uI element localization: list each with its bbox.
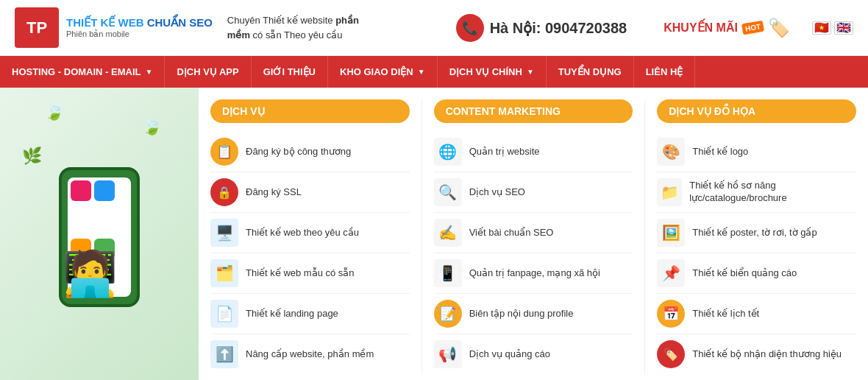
leaf-icon: 🌿: [22, 147, 42, 166]
header-phone: 📞 Hà Nội: 0904720388: [456, 14, 627, 42]
service-item[interactable]: 🔍 Dịch vụ SEO: [434, 172, 633, 213]
service-label: Thiết kế logo: [692, 146, 748, 158]
promo-tag-icon: 🏷️: [768, 18, 790, 38]
promo-label: KHUYẾN MÃI: [664, 21, 738, 35]
service-label: Dịch vụ quảng cáo: [469, 348, 550, 361]
service-icon-nang-cap: ⬆️: [210, 340, 238, 368]
logo-text: THIẾT KẾ WEB CHUẨN SEO Phiên bản mobile: [66, 16, 213, 39]
service-icon-bien-tap: 📝: [434, 300, 462, 328]
service-item[interactable]: 📅 Thiết kế lịch tết: [657, 294, 856, 334]
service-item[interactable]: ✍️ Viết bài chuẩn SEO: [434, 213, 633, 253]
service-icon-nhan-dien: 🏷️: [657, 340, 685, 368]
app-icon: [94, 180, 115, 201]
chevron-down-icon: ▼: [418, 68, 425, 76]
flag-gb[interactable]: 🇬🇧: [834, 21, 853, 35]
service-icon-logo: 🎨: [657, 138, 685, 166]
service-icon-poster: 🖼️: [657, 219, 685, 247]
service-icon-seo: 🔍: [434, 178, 462, 206]
brand-sub: Phiên bản mobile: [66, 29, 213, 39]
nav-item-themes[interactable]: KHO GIAO DIỆN ▼: [328, 56, 438, 88]
service-item[interactable]: 📱 Quản trị fanpage, mạng xã hội: [434, 253, 633, 294]
service-item[interactable]: 🌐 Quản trị website: [434, 132, 633, 172]
service-icon-quan-tri-web: 🌐: [434, 138, 462, 166]
service-item[interactable]: 🖥️ Thiết kế web theo yêu cầu: [210, 213, 410, 253]
service-label: Thiết kế web theo yêu cầu: [246, 227, 359, 239]
phone-number: Hà Nội: 0904720388: [490, 19, 627, 37]
service-icon-viet-bai: ✍️: [434, 219, 462, 247]
promo-area[interactable]: KHUYẾN MÃI HOT 🏷️: [664, 18, 790, 38]
col-header-dich-vu: DỊCH VỤ: [210, 99, 410, 123]
banner-illustration: 🍃 🌿 🍃 🧑‍💼 🧑‍💻: [0, 88, 199, 380]
service-item[interactable]: 📄 Thiết kế landing page: [210, 294, 410, 334]
nav-item-services[interactable]: DỊCH VỤ CHÍNH ▼: [438, 56, 547, 88]
service-icon-quang-cao: 📢: [434, 340, 462, 368]
service-icon-landing: 📄: [210, 300, 238, 328]
nav-item-hosting[interactable]: HOSTING - DOMAIN - EMAIL ▼: [0, 56, 165, 88]
service-item[interactable]: 🗂️ Thiết kế web mẫu có sẵn: [210, 253, 410, 294]
service-label: Quản trị website: [469, 146, 540, 158]
chevron-down-icon: ▼: [527, 68, 534, 76]
service-item[interactable]: 📋 Đăng ký bộ công thương: [210, 132, 410, 172]
service-col-content: CONTENT MARKETING 🌐 Quản trị website 🔍 D…: [422, 99, 646, 374]
service-label: Thiết kế landing page: [246, 308, 338, 320]
service-icon-lich-tet: 📅: [657, 300, 685, 328]
service-label: Thiết kế bộ nhận diện thương hiệu: [692, 348, 842, 361]
service-col-do-hoa: DỊCH VỤ ĐỒ HỌA 🎨 Thiết kế logo 📁 Thiết k…: [645, 99, 868, 374]
service-item[interactable]: 📢 Dịch vụ quảng cáo: [434, 334, 633, 374]
services-area: DỊCH VỤ 📋 Đăng ký bộ công thương 🔒 Đăng …: [199, 88, 868, 380]
nav-item-contact[interactable]: LIÊN HỆ: [634, 56, 696, 88]
service-label: Thiết kế biển quảng cáo: [692, 267, 797, 280]
flag-vn[interactable]: 🇻🇳: [812, 21, 831, 35]
figure-icon: 🧑‍💻: [63, 247, 118, 300]
leaf-icon: 🍃: [142, 117, 162, 136]
service-item[interactable]: ⬆️ Nâng cấp website, phần mềm: [210, 334, 410, 374]
main-nav: HOSTING - DOMAIN - EMAIL ▼ DỊCH VỤ APP G…: [0, 56, 868, 88]
logo-area: TP THIẾT KẾ WEB CHUẨN SEO Phiên bản mobi…: [15, 7, 213, 48]
service-label: Biên tập nội dung profile: [469, 308, 574, 320]
service-icon-web-mau: 🗂️: [210, 259, 238, 287]
nav-item-app[interactable]: DỊCH VỤ APP: [165, 56, 251, 88]
col-header-content: CONTENT MARKETING: [434, 99, 633, 123]
nav-item-jobs[interactable]: TUYỂN DỤNG: [547, 56, 634, 88]
service-label: Thiết kế hồ sơ năng lực/catalogue/brochu…: [689, 180, 856, 205]
service-label: Đăng ký SSL: [246, 186, 302, 199]
service-col-dich-vu: DỊCH VỤ 📋 Đăng ký bộ công thương 🔒 Đăng …: [199, 99, 422, 374]
phone-icon: 📞: [456, 14, 484, 42]
service-item[interactable]: 🎨 Thiết kế logo: [657, 132, 856, 172]
col-header-do-hoa: DỊCH VỤ ĐỒ HỌA: [657, 99, 856, 123]
service-label: Nâng cấp website, phần mềm: [246, 348, 374, 361]
service-label: Đăng ký bộ công thương: [246, 146, 351, 158]
service-item[interactable]: 🖼️ Thiết kế poster, tờ rơi, tờ gấp: [657, 213, 856, 253]
service-item[interactable]: 🔒 Đăng ký SSL: [210, 172, 410, 213]
service-label: Viết bài chuẩn SEO: [469, 227, 554, 239]
chevron-down-icon: ▼: [146, 68, 153, 76]
service-label: Quản trị fanpage, mạng xã hội: [469, 267, 600, 280]
lang-flags[interactable]: 🇻🇳 🇬🇧: [812, 21, 853, 35]
logo-icon: TP: [15, 7, 59, 48]
service-item[interactable]: 📌 Thiết kế biển quảng cáo: [657, 253, 856, 294]
app-icon: [71, 180, 91, 201]
service-icon-fanpage: 📱: [434, 259, 462, 287]
service-label: Thiết kế poster, tờ rơi, tờ gấp: [692, 227, 817, 239]
brand-name: THIẾT KẾ WEB CHUẨN SEO: [66, 16, 213, 29]
promo-badge: HOT: [741, 21, 764, 35]
service-label: Thiết kế lịch tết: [692, 308, 759, 320]
service-label: Thiết kế web mẫu có sẵn: [246, 267, 355, 280]
header-tagline: Chuyên Thiết kế website phần mềm có sẵn …: [227, 13, 374, 42]
service-label: Dịch vụ SEO: [469, 186, 525, 199]
header: TP THIẾT KẾ WEB CHUẨN SEO Phiên bản mobi…: [0, 0, 868, 56]
left-banner: 🍃 🌿 🍃 🧑‍💼 🧑‍💻: [0, 88, 199, 380]
nav-item-about[interactable]: GIỚI THIỆU: [252, 56, 328, 88]
service-icon-bien: 📌: [657, 259, 685, 287]
service-item[interactable]: 📝 Biên tập nội dung profile: [434, 294, 633, 334]
service-item[interactable]: 📁 Thiết kế hồ sơ năng lực/catalogue/broc…: [657, 172, 856, 213]
service-item[interactable]: 🏷️ Thiết kế bộ nhận diện thương hiệu: [657, 334, 856, 374]
leaf-icon: 🍃: [44, 102, 64, 122]
service-icon-dang-ky-bct: 📋: [210, 138, 238, 166]
main-content: 🍃 🌿 🍃 🧑‍💼 🧑‍💻 DỊCH VỤ: [0, 88, 868, 380]
service-icon-ho-so: 📁: [657, 178, 682, 206]
service-icon-ssl: 🔒: [210, 178, 238, 206]
service-icon-web-yc: 🖥️: [210, 219, 238, 247]
